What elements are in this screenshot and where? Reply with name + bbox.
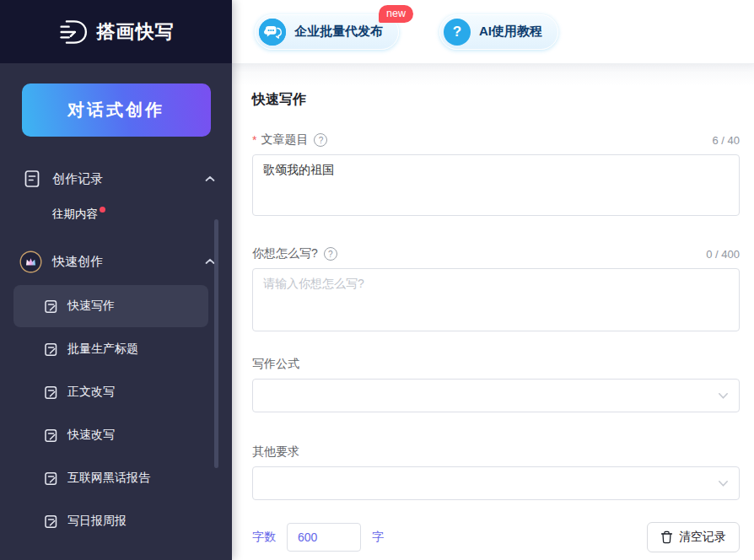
sidebar-group-label: 快速创作: [52, 254, 103, 270]
notification-dot: [100, 207, 105, 213]
help-icon[interactable]: ?: [314, 133, 327, 147]
other-label: 其他要求: [252, 444, 299, 460]
sidebar: 搭画快写 对话式创作 创作记录 往期内容: [0, 0, 232, 560]
doc-edit-icon: [44, 299, 58, 314]
required-mark: *: [252, 133, 256, 147]
article-title-field-head: * 文章题目 ? 6 / 40: [252, 132, 740, 148]
sidebar-item-label: 快速改写: [67, 428, 115, 443]
new-badge: new: [379, 5, 413, 24]
sidebar-item-quick-writing[interactable]: 快速写作: [13, 285, 208, 327]
doc-edit-icon: [44, 428, 58, 443]
sidebar-item-body-rewrite[interactable]: 正文改写: [13, 371, 208, 413]
formula-label: 写作公式: [252, 357, 299, 372]
sidebar-group-label: 创作记录: [52, 171, 103, 187]
sidebar-group-records[interactable]: 创作记录: [0, 160, 232, 197]
how-to-write-input[interactable]: [252, 268, 740, 331]
trash-icon: [660, 530, 673, 544]
article-title-label: 文章题目: [261, 132, 308, 148]
sidebar-item-label: 互联网黑话报告: [67, 471, 150, 486]
how-to-write-counter: 0 / 400: [706, 248, 740, 261]
dialog-create-button[interactable]: 对话式创作: [22, 83, 211, 137]
chevron-down-icon: [718, 480, 729, 487]
sidebar-scrollbar[interactable]: [214, 219, 218, 468]
sidebar-item-internet-jargon[interactable]: 互联网黑话报告: [13, 457, 208, 499]
main-area: 企业批量代发布 new ? AI使用教程 快速写作 * 文章题目 ? 6 / 4…: [232, 0, 754, 560]
word-count-label: 字数: [252, 530, 276, 545]
sidebar-nav: 对话式创作 创作记录 往期内容: [0, 63, 232, 560]
article-title-input[interactable]: 歌颂我的祖国: [252, 154, 740, 216]
enterprise-batch-publish-label: 企业批量代发布: [294, 24, 383, 40]
help-icon[interactable]: ?: [324, 247, 337, 261]
sidebar-item-label: 写日报周报: [67, 514, 127, 529]
formula-field-head: 写作公式: [252, 357, 740, 372]
ai-tutorial-button[interactable]: ? AI使用教程: [439, 14, 558, 50]
doc-edit-icon: [44, 471, 58, 486]
sidebar-item-past-content[interactable]: 往期内容: [0, 197, 232, 231]
chat-bubbles-icon: [259, 19, 286, 46]
app-logo: 搭画快写: [0, 0, 232, 63]
app-title: 搭画快写: [97, 19, 175, 45]
how-to-write-label: 你想怎么写?: [252, 246, 318, 261]
other-select[interactable]: [252, 466, 740, 500]
doc-edit-icon: [44, 385, 58, 400]
doc-edit-icon: [44, 342, 58, 357]
sidebar-item-quick-rewrite[interactable]: 快速改写: [13, 414, 208, 456]
word-count-input[interactable]: [287, 523, 361, 552]
article-title-counter: 6 / 40: [712, 134, 740, 147]
top-header: 企业批量代发布 new ? AI使用教程: [232, 0, 754, 64]
crown-icon: [19, 250, 42, 273]
sidebar-item-label: 正文改写: [67, 385, 115, 400]
sidebar-item-daily-weekly-report[interactable]: 写日报周报: [13, 500, 208, 542]
bottom-row: 字数 字 清空记录: [252, 522, 740, 552]
word-count-unit: 字: [372, 530, 384, 545]
sidebar-item-label: 批量生产标题: [67, 342, 138, 357]
page-title: 快速写作: [252, 91, 740, 109]
document-icon: [22, 170, 42, 188]
sidebar-item-label: 快速写作: [67, 299, 115, 314]
chevron-up-icon: [205, 175, 215, 182]
app-logo-icon: [58, 17, 89, 47]
clear-records-button[interactable]: 清空记录: [647, 522, 740, 552]
other-field-head: 其他要求: [252, 444, 740, 460]
chevron-down-icon: [718, 392, 729, 400]
ai-tutorial-label: AI使用教程: [479, 24, 542, 40]
clear-records-label: 清空记录: [679, 530, 726, 545]
quick-writing-form: 快速写作 * 文章题目 ? 6 / 40 歌颂我的祖国 你想怎么写? ? 0 /…: [232, 64, 754, 560]
sidebar-item-batch-titles[interactable]: 批量生产标题: [13, 328, 208, 370]
how-to-write-field-head: 你想怎么写? ? 0 / 400: [252, 246, 740, 261]
doc-edit-icon: [44, 514, 58, 529]
sidebar-item-label: 往期内容: [52, 207, 98, 222]
enterprise-batch-publish-button[interactable]: 企业批量代发布 new: [255, 14, 399, 50]
sidebar-group-quick-create[interactable]: 快速创作: [0, 243, 232, 280]
formula-select[interactable]: [252, 379, 740, 412]
question-icon: ?: [444, 19, 471, 46]
